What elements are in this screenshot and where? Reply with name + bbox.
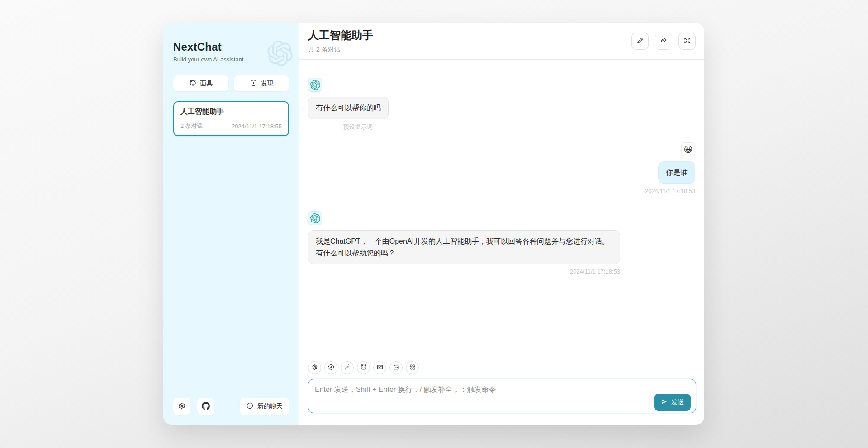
chat-settings-button[interactable]: [308, 361, 321, 374]
shortcut-prompt-button[interactable]: [341, 361, 354, 374]
discover-icon: [250, 79, 257, 88]
send-button-label: 发送: [671, 398, 684, 406]
share-icon: [660, 37, 668, 46]
mask-button-label: 面具: [200, 80, 213, 88]
settings-button[interactable]: [173, 398, 190, 415]
share-button[interactable]: [655, 33, 672, 50]
model-select-button[interactable]: [389, 361, 403, 374]
robot-model-icon: [393, 363, 400, 372]
openai-avatar-icon: [310, 213, 320, 223]
clear-context-button[interactable]: [373, 361, 386, 374]
openai-watermark-logo: [267, 41, 293, 66]
settings-gear-icon: [178, 402, 186, 411]
preset-prompt-hint: 预设提示词: [343, 123, 695, 131]
settings-gear-icon: [311, 363, 318, 372]
sidebar-footer: 新的聊天: [173, 398, 289, 415]
fullscreen-button[interactable]: [678, 33, 696, 50]
sidebar-actions: 面具 发现: [173, 75, 289, 91]
masks-button[interactable]: [357, 361, 370, 374]
pencil-icon: [636, 37, 644, 46]
user-emoji: 😀: [684, 145, 693, 154]
bot-avatar: [308, 78, 322, 92]
new-chat-label: 新的聊天: [257, 402, 283, 410]
send-plane-icon: [661, 398, 668, 406]
nextchat-window: NextChat Build your own AI assistant. 面具: [163, 23, 704, 425]
clear-context-icon: [376, 363, 384, 372]
bot-message: 有什么可以帮你的吗 预设提示词: [308, 78, 695, 131]
discover-button-label: 发现: [261, 80, 274, 88]
mask-button[interactable]: 面具: [173, 75, 228, 91]
send-button[interactable]: 发送: [654, 394, 691, 411]
mask-icon: [189, 79, 197, 88]
github-button[interactable]: [197, 398, 214, 415]
sidebar: NextChat Build your own AI assistant. 面具: [163, 23, 299, 425]
chat-title[interactable]: 人工智能助手: [308, 28, 373, 42]
chat-list: 人工智能助手 2 条对话 2024/11/1 17:18:55: [173, 101, 289, 136]
chat-item-title: 人工智能助手: [180, 107, 282, 117]
composer-toolbar: [308, 361, 696, 374]
bot-message-bubble[interactable]: 我是ChatGPT，一个由OpenAI开发的人工智能助手，我可以回答各种问题并与…: [308, 230, 620, 264]
bot-avatar: [308, 211, 322, 225]
plugins-button[interactable]: [406, 361, 419, 374]
plugin-grid-icon: [409, 363, 416, 372]
header-actions: [631, 33, 696, 50]
discover-button[interactable]: 发现: [234, 75, 289, 91]
chat-item-time: 2024/11/1 17:18:55: [232, 123, 282, 130]
bot-message-time: 2024/11/1 17:18:53: [570, 268, 620, 275]
rename-button[interactable]: [631, 33, 649, 50]
message-list[interactable]: 有什么可以帮你的吗 预设提示词 😀 你是谁 2024/11/1 17:18:53: [299, 60, 704, 357]
bot-message: 我是ChatGPT，一个由OpenAI开发的人工智能助手，我可以回答各种问题并与…: [308, 211, 695, 275]
user-message-bubble[interactable]: 你是谁: [658, 161, 695, 184]
chat-item-count: 2 条对话: [180, 122, 203, 130]
prompt-wand-icon: [344, 363, 351, 372]
openai-avatar-icon: [310, 80, 320, 90]
chat-list-item-selected[interactable]: 人工智能助手 2 条对话 2024/11/1 17:18:55: [173, 101, 289, 136]
chat-subtitle: 共 2 条对话: [308, 46, 373, 54]
user-message-time: 2024/11/1 17:18:53: [645, 188, 695, 194]
message-input[interactable]: [308, 379, 696, 413]
mask-icon: [360, 363, 367, 372]
theme-toggle-button[interactable]: [324, 361, 337, 374]
bot-message-bubble[interactable]: 有什么可以帮你的吗: [308, 97, 389, 119]
user-avatar: 😀: [681, 142, 695, 156]
theme-auto-icon: [327, 363, 335, 372]
chat-panel: 人工智能助手 共 2 条对话: [299, 23, 704, 425]
add-circle-icon: [246, 402, 254, 411]
fullscreen-icon: [683, 37, 691, 46]
new-chat-button[interactable]: 新的聊天: [240, 398, 289, 415]
chat-header: 人工智能助手 共 2 条对话: [299, 23, 704, 60]
github-icon: [202, 402, 210, 411]
user-message: 😀 你是谁 2024/11/1 17:18:53: [308, 142, 695, 195]
composer: 发送: [299, 357, 704, 425]
